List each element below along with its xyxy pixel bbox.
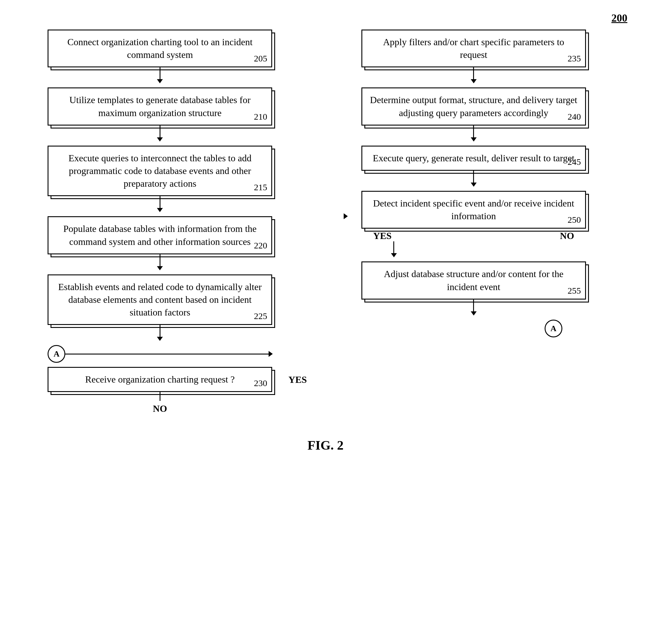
box-255-text: Adjust database structure and/or content… [369, 268, 579, 293]
box-230-text: Receive organization charting request ? [55, 373, 265, 386]
yes-no-row-250: YES NO [362, 230, 586, 242]
box-215: Execute queries to interconnect the tabl… [48, 146, 272, 196]
yes-arrow-down [391, 242, 397, 257]
yes-label-250: YES [373, 230, 392, 242]
arrow-head-right [269, 351, 273, 357]
box-250-text: Detect incident specific event and/or re… [369, 197, 579, 222]
box-210-num: 210 [254, 112, 267, 122]
arrow-head [471, 79, 477, 83]
box-230: Receive organization charting request ? … [48, 367, 272, 392]
arrow-head [471, 183, 477, 187]
box-205: Connect organization charting tool to an… [48, 30, 272, 67]
arrow-line [473, 299, 474, 311]
box-215-num: 215 [254, 182, 267, 192]
arrow-225-A [157, 325, 163, 341]
diagram-number: 200 [611, 12, 627, 24]
arrow-255-A [471, 299, 477, 316]
arrow-line [473, 67, 474, 79]
right-items: Apply filters and/or chart specific para… [314, 30, 633, 337]
arrow-215-220 [157, 196, 163, 212]
no-label: NO [153, 403, 167, 414]
connector-a-label: A [54, 349, 59, 359]
box-225: Establish events and related code to dyn… [48, 275, 272, 325]
arrow-line [473, 171, 474, 183]
box-255: Adjust database structure and/or content… [362, 261, 586, 299]
a-to-decision-line [65, 354, 272, 354]
connector-a-left: A [48, 345, 65, 363]
connector-a-row: A [48, 345, 272, 363]
box-255-num: 255 [568, 286, 581, 296]
box-240-num: 240 [568, 112, 581, 122]
box-245: Execute query, generate result, deliver … [362, 146, 586, 171]
box-250-num: 250 [568, 215, 581, 225]
box-220-num: 220 [254, 240, 267, 251]
box-220: Populate database tables with informatio… [48, 216, 272, 254]
arrow-head [471, 311, 477, 316]
fig-label: FIG. 2 [18, 438, 633, 453]
arrow-205-210 [157, 67, 163, 83]
yes-label-right: YES [288, 374, 307, 385]
box-210-text: Utilize templates to generate database t… [55, 94, 265, 119]
box-225-text: Establish events and related code to dyn… [55, 281, 265, 319]
box-230-num: 230 [254, 378, 267, 388]
right-column: Apply filters and/or chart specific para… [314, 30, 633, 414]
yes-branch-row [362, 242, 586, 257]
box-250: Detect incident specific event and/or re… [362, 191, 586, 229]
arrow-head [471, 137, 477, 141]
arrow-line [393, 242, 394, 253]
arrow-210-215 [157, 126, 163, 141]
main-container: Connect organization charting tool to an… [18, 30, 633, 414]
arrow-head [157, 137, 163, 141]
arrow-line [160, 126, 160, 137]
arrow-head [157, 208, 163, 212]
arrow-head [157, 266, 163, 270]
box-205-text: Connect organization charting tool to an… [55, 36, 265, 61]
arrow-line [160, 254, 160, 266]
left-column: Connect organization charting tool to an… [18, 30, 302, 414]
arrow-220-225 [157, 254, 163, 270]
connector-a-right: A [545, 320, 562, 337]
arrow-line [160, 325, 160, 337]
arrow-235-240 [471, 67, 477, 83]
connector-a-right-row: A [362, 320, 586, 337]
no-line-v [160, 392, 160, 401]
box-245-text: Execute query, generate result, deliver … [369, 152, 579, 165]
box-235: Apply filters and/or chart specific para… [362, 30, 586, 67]
box-210: Utilize templates to generate database t… [48, 88, 272, 125]
box-245-num: 245 [568, 157, 581, 167]
arrow-from-left-250 [344, 213, 348, 219]
arrow-line [473, 126, 474, 137]
arrow-head [157, 337, 163, 341]
box-235-text: Apply filters and/or chart specific para… [369, 36, 579, 61]
left-items: Connect organization charting tool to an… [18, 30, 302, 414]
box-220-text: Populate database tables with informatio… [55, 222, 265, 248]
arrow-240-245 [471, 126, 477, 141]
arrow-line [160, 196, 160, 208]
box-225-num: 225 [254, 311, 267, 321]
box-235-num: 235 [568, 54, 581, 64]
arrow-head [391, 253, 397, 257]
arrow-line [160, 67, 160, 79]
arrow-head [157, 79, 163, 83]
no-branch: NO [153, 392, 167, 414]
arrow-245-250 [471, 171, 477, 187]
connector-a-right-label: A [551, 324, 556, 333]
box-205-num: 205 [254, 54, 267, 64]
box-240-text: Determine output format, structure, and … [369, 94, 579, 119]
no-label-250: NO [560, 230, 574, 242]
box-215-text: Execute queries to interconnect the tabl… [55, 152, 265, 190]
box-240: Determine output format, structure, and … [362, 88, 586, 125]
box-250-container: Detect incident specific event and/or re… [362, 191, 586, 242]
